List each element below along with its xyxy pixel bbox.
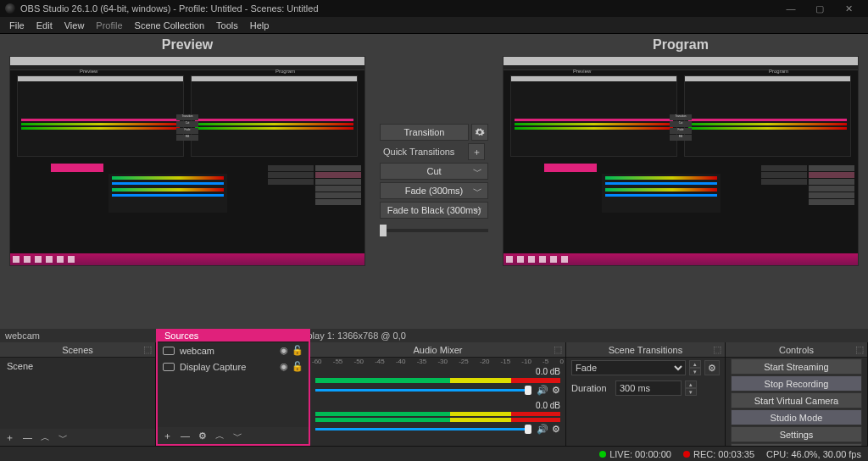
duration-label: Duration — [571, 383, 612, 393]
menu-bar: File Edit View Profile Scene Collection … — [0, 17, 868, 34]
channel-db: 0.0 dB — [536, 367, 560, 376]
channel-settings-icon[interactable]: ⚙ — [552, 385, 560, 396]
scene-down-button[interactable]: ﹀ — [57, 431, 70, 444]
quick-transition-ftb[interactable]: Fade to Black (300ms)﹀ — [380, 202, 488, 219]
source-remove-button[interactable]: — — [179, 430, 192, 441]
level-meter — [315, 412, 560, 422]
window-titlebar: OBS Studio 26.1.0 (64-bit, windows) - Pr… — [0, 0, 868, 17]
transition-panel: Transition Quick Transitions ＋ Cut﹀ Fade… — [375, 34, 493, 329]
studio-main-row: Preview Preview Program TransitionCutFad… — [0, 34, 868, 329]
source-properties-button[interactable]: ⚙ — [197, 430, 209, 442]
scenes-title: Scenes — [62, 345, 93, 355]
volume-slider[interactable] — [315, 389, 531, 392]
transition-settings-icon[interactable] — [471, 124, 488, 141]
preview-canvas[interactable]: Preview Program TransitionCutFadeFtB — [9, 56, 365, 266]
scene-item[interactable]: Scene — [0, 358, 155, 375]
rec-dot-icon — [683, 451, 690, 458]
scene-remove-button[interactable]: — — [21, 432, 34, 442]
mute-button[interactable]: 🔊 — [537, 385, 548, 396]
scene-transitions-dock: Scene Transitions⬚ Fade ▴▾ ⚙ Duration ▴▾ — [566, 342, 726, 446]
chevron-down-icon: ﹀ — [473, 165, 482, 178]
scenes-dock: Scenes⬚ Scene ＋ — ︿ ﹀ — [0, 342, 156, 446]
dock-row: Scenes⬚ Scene ＋ — ︿ ﹀ Sources webcam ◉ 🔓… — [0, 342, 868, 446]
mixer-title: Audio Mixer — [413, 345, 462, 355]
scene-up-button[interactable]: ︿ — [39, 431, 52, 444]
transition-select[interactable]: Fade — [571, 360, 686, 375]
source-item-webcam[interactable]: webcam ◉ 🔓 — [158, 342, 309, 358]
window-close-button[interactable]: ✕ — [834, 3, 863, 14]
chevron-down-icon: ﹀ — [473, 204, 482, 217]
transition-properties-icon[interactable]: ⚙ — [704, 360, 720, 375]
source-label: Display Capture — [180, 362, 246, 372]
menu-help[interactable]: Help — [244, 19, 275, 32]
scene-add-button[interactable]: ＋ — [3, 431, 16, 444]
menu-view[interactable]: View — [58, 19, 91, 32]
stop-recording-button[interactable]: Stop Recording — [731, 375, 862, 392]
rec-status: REC: 00:03:35 — [683, 449, 754, 459]
source-down-button[interactable]: ﹀ — [231, 430, 244, 442]
exit-button[interactable]: Exit — [731, 443, 862, 446]
mixer-channel-2: 0.0 dB 🔊⚙ — [310, 399, 565, 438]
source-label: webcam — [180, 346, 214, 356]
spin-up[interactable]: ▴ — [685, 380, 697, 388]
menu-file[interactable]: File — [3, 19, 31, 32]
source-info-bar: webcam splay 1: 1366x768 @ 0,0 — [0, 329, 868, 342]
monitor-icon — [163, 363, 175, 371]
spin-down[interactable]: ▾ — [685, 388, 697, 396]
menu-profile[interactable]: Profile — [90, 19, 128, 32]
settings-button[interactable]: Settings — [731, 426, 862, 442]
program-label: Program — [653, 37, 709, 53]
camera-icon — [163, 347, 175, 355]
popout-icon[interactable]: ⬚ — [143, 344, 152, 355]
quick-transitions-label: Quick Transitions — [383, 147, 454, 157]
transition-button[interactable]: Transition — [380, 124, 469, 141]
duration-input[interactable] — [615, 380, 682, 396]
program-pane: Program Preview Program TransitionCutFad… — [493, 34, 868, 329]
status-bar: LIVE: 00:00:00 REC: 00:03:35 CPU: 46.0%,… — [0, 446, 868, 461]
controls-title: Controls — [779, 345, 814, 355]
popout-icon[interactable]: ⬚ — [855, 344, 864, 355]
window-maximize-button[interactable]: ▢ — [805, 3, 834, 14]
start-streaming-button[interactable]: Start Streaming — [731, 358, 862, 375]
lock-icon[interactable]: 🔓 — [292, 361, 303, 372]
cpu-status: CPU: 46.0%, 30.00 fps — [766, 449, 861, 459]
visibility-toggle-icon[interactable]: ◉ — [276, 345, 292, 356]
menu-tools[interactable]: Tools — [210, 19, 244, 32]
channel-db: 0.0 dB — [536, 401, 560, 410]
sources-dock: Sources webcam ◉ 🔓 Display Capture ◉ 🔓 ＋… — [156, 329, 310, 446]
window-minimize-button[interactable]: — — [776, 3, 805, 14]
tbar-slider[interactable] — [380, 222, 488, 239]
scene-transitions-title: Scene Transitions — [609, 345, 682, 355]
start-virtual-camera-button[interactable]: Start Virtual Camera — [731, 392, 862, 408]
quick-transition-cut[interactable]: Cut﹀ — [380, 163, 488, 180]
level-meter — [315, 378, 560, 383]
add-quick-transition-button[interactable]: ＋ — [468, 143, 485, 160]
volume-slider[interactable] — [315, 428, 531, 430]
visibility-toggle-icon[interactable]: ◉ — [276, 361, 292, 372]
live-dot-icon — [599, 451, 606, 458]
chevron-down-icon: ﹀ — [473, 185, 482, 197]
popout-icon[interactable]: ⬚ — [554, 344, 562, 355]
preview-pane: Preview Preview Program TransitionCutFad… — [0, 34, 375, 329]
sources-title: Sources — [164, 330, 198, 341]
menu-edit[interactable]: Edit — [31, 19, 58, 32]
mixer-scale: -60-55-50-45-40-35-30-25-20-15-10-50 — [310, 358, 565, 365]
spin-up[interactable]: ▴ — [689, 360, 701, 368]
popout-icon[interactable]: ⬚ — [713, 344, 721, 355]
source-item-display-capture[interactable]: Display Capture ◉ 🔓 — [158, 358, 309, 375]
mixer-channel-1: 0.0 dB 🔊⚙ — [310, 365, 565, 399]
info-display: splay 1: 1366x768 @ 0,0 — [303, 330, 406, 341]
info-webcam: webcam — [5, 330, 40, 341]
lock-icon[interactable]: 🔓 — [292, 345, 303, 356]
source-add-button[interactable]: ＋ — [161, 430, 174, 442]
menu-scene-collection[interactable]: Scene Collection — [129, 19, 211, 32]
spin-down[interactable]: ▾ — [689, 368, 701, 375]
source-up-button[interactable]: ︿ — [214, 430, 226, 442]
live-status: LIVE: 00:00:00 — [599, 449, 671, 459]
audio-mixer-dock: Audio Mixer⬚ -60-55-50-45-40-35-30-25-20… — [310, 342, 566, 446]
channel-settings-icon[interactable]: ⚙ — [552, 424, 560, 435]
studio-mode-button[interactable]: Studio Mode — [731, 409, 862, 425]
quick-transition-fade[interactable]: Fade (300ms)﹀ — [380, 182, 488, 199]
mute-button[interactable]: 🔊 — [537, 424, 548, 435]
program-canvas[interactable]: Preview Program TransitionCutFadeFtB — [503, 56, 859, 266]
